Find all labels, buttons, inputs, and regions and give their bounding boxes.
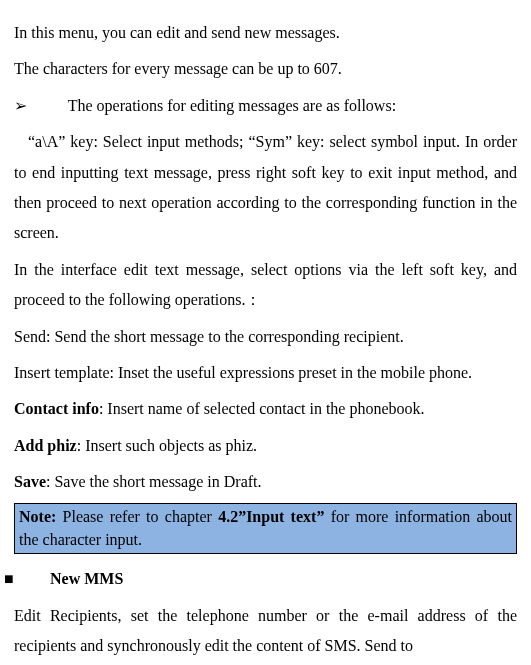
label-add-phiz: Add phiz <box>14 437 77 454</box>
text-save: : Save the short message in Draft. <box>46 473 262 490</box>
note-text: Please refer to chapter <box>56 508 218 525</box>
label-save: Save <box>14 473 46 490</box>
square-bullet-icon: ■ <box>28 564 46 594</box>
bullet-item: ➢ The operations for editing messages ar… <box>14 91 517 121</box>
text-add-phiz: : Insert such objects as phiz. <box>77 437 257 454</box>
body-text: Contact info: Insert name of selected co… <box>14 394 517 424</box>
bullet-text: The operations for editing messages are … <box>68 97 396 114</box>
body-text: Add phiz: Insert such objects as phiz. <box>14 431 517 461</box>
text-contact-info: : Insert name of selected contact in the… <box>99 400 425 417</box>
body-text: In the interface edit text message, sele… <box>14 255 517 316</box>
body-text: Send: Send the short message to the corr… <box>14 322 517 352</box>
heading-text: New MMS <box>50 570 123 587</box>
note-label: Note: <box>19 508 56 525</box>
body-text: Save: Save the short message in Draft. <box>14 467 517 497</box>
body-text: Insert template: Inset the useful expres… <box>14 358 517 388</box>
body-text: “a\A” key: Select input methods; “Sym” k… <box>14 127 517 249</box>
note-box: Note: Please refer to chapter 4.2”Input … <box>14 503 517 554</box>
triangle-bullet-icon: ➢ <box>42 91 64 121</box>
body-text: Edit Recipients, set the telephone numbe… <box>14 601 517 662</box>
note-chapter-ref: 4.2”Input text” <box>218 508 324 525</box>
body-text: In this menu, you can edit and send new … <box>14 18 517 48</box>
section-heading: ■ New MMS <box>14 564 517 594</box>
label-contact-info: Contact info <box>14 400 99 417</box>
body-text: The characters for every message can be … <box>14 54 517 84</box>
